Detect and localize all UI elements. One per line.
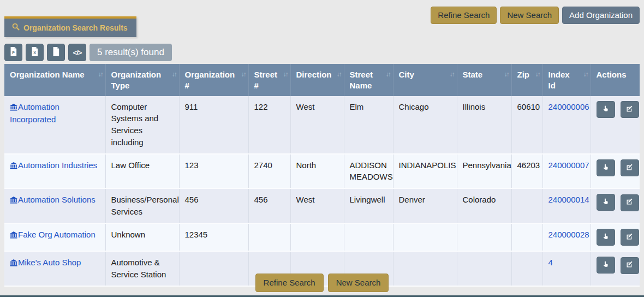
column-header-actions: Actions [591,64,640,96]
organization-name-link[interactable]: Fake Org Automation [18,230,96,239]
sort-arrows-icon[interactable]: ↓↑ [504,70,509,79]
hand-pointer-icon [601,232,610,242]
organization-name-cell: Fake Org Automation [4,223,105,252]
select-organization-button[interactable] [597,194,615,211]
organization-name-cell: Automation Solutions [4,188,105,223]
tab-title: Organization Search Results [23,23,128,32]
organization-number-cell: 456 [179,188,248,223]
organization-type-cell: Unknown [105,223,179,252]
edit-organization-button[interactable] [621,159,639,176]
index-id-link[interactable]: 240000007 [548,161,589,170]
organization-number-cell: 123 [179,154,248,189]
hand-pointer-icon [601,163,610,173]
street-number-cell: 122 [248,96,290,154]
sort-arrows-icon[interactable]: ↓↑ [535,70,540,79]
select-organization-button[interactable] [597,159,615,176]
zip-cell [511,223,542,252]
table-row: Fake Org Automation Unknown 12345 240000… [4,223,640,252]
organization-name-link[interactable]: Automation Industries [18,161,97,170]
street-name-cell [344,223,393,252]
sort-arrows-icon[interactable]: ↓↑ [337,70,341,79]
column-header-organization-number[interactable]: Organization #↓↑ [179,64,248,96]
column-header-zip[interactable]: Zip↓↑ [511,64,542,96]
organization-name-link[interactable]: Mike's Auto Shop [18,258,81,267]
sort-arrows-icon[interactable]: ↓↑ [172,70,176,79]
street-name-cell: Livingwell [344,188,393,223]
table-row: Automation Solutions Business/Personal S… [4,188,640,223]
column-header-street-name[interactable]: Street Name↓↑ [344,64,393,96]
direction-cell [290,223,344,252]
sort-arrows-icon[interactable]: ↓↑ [283,70,288,79]
results-count-badge: 5 result(s) found [90,44,172,61]
bank-building-icon [10,258,17,270]
code-icon: </> [73,49,82,57]
select-organization-button[interactable] [597,257,615,274]
organization-name-link[interactable]: Automation Solutions [18,195,96,204]
refine-search-button-top[interactable]: Refine Search [431,7,497,24]
column-header-city[interactable]: City↓↑ [393,64,457,96]
city-cell [393,223,457,252]
index-id-cell: 240000014 [542,188,591,223]
new-search-button-bottom[interactable]: New Search [328,274,389,292]
index-id-cell: 240000006 [542,96,591,154]
organization-search-results-page: Refine Search New Search Add Organizatio… [0,0,644,297]
column-header-state[interactable]: State↓↑ [457,64,511,96]
index-id-link[interactable]: 240000014 [548,195,589,204]
edit-organization-button[interactable] [621,257,639,274]
hand-pointer-icon [601,104,610,115]
direction-cell: North [290,154,344,189]
column-header-index-id[interactable]: Index Id↓↑ [542,64,591,96]
add-organization-button[interactable]: Add Organization [562,7,640,24]
tab-organization-search-results[interactable]: Organization Search Results [4,16,136,37]
index-id-link[interactable]: 240000028 [548,230,589,239]
index-id-cell: 240000007 [542,154,591,189]
export-pdf-button[interactable]: P [4,44,22,61]
file-excel-icon: X [30,46,39,58]
city-cell: Denver [393,188,457,223]
sort-arrows-icon[interactable]: ↓↑ [98,70,103,79]
state-cell: Illinois [457,96,511,154]
footer-button-group: Refine Search New Search [0,274,644,292]
edit-organization-button[interactable] [621,194,639,211]
edit-icon [625,198,634,207]
select-organization-button[interactable] [597,229,615,246]
column-header-street-number[interactable]: Street #↓↑ [248,64,290,96]
bank-building-icon [10,230,17,242]
sort-arrows-icon[interactable]: ↓↑ [450,70,454,79]
select-organization-button[interactable] [597,101,615,118]
street-name-cell: ADDISON MEADOWS [344,154,393,189]
export-code-button[interactable]: </> [68,44,86,61]
export-file-button[interactable] [47,44,65,61]
actions-cell [591,223,640,252]
file-icon [51,46,61,58]
sort-arrows-icon[interactable]: ↓↑ [241,70,246,79]
export-excel-button[interactable]: X [26,44,44,61]
organization-number-cell: 12345 [179,223,248,252]
search-icon [12,23,20,32]
header-button-group: Refine Search New Search Add Organizatio… [431,7,640,24]
organization-name-cell: Automation Incorporated [4,96,105,154]
city-cell: Chicago [393,96,457,154]
edit-organization-button[interactable] [621,101,639,118]
actions-cell [591,188,640,223]
column-header-organization-name[interactable]: Organization Name↓↑ [4,64,105,96]
table-row: Automation Industries Law Office 123 274… [4,154,640,189]
sort-arrows-icon[interactable]: ↓↑ [386,70,390,79]
new-search-button-top[interactable]: New Search [500,7,559,24]
edit-icon [625,260,634,270]
index-id-link[interactable]: 240000006 [548,102,589,111]
column-header-direction[interactable]: Direction↓↑ [290,64,344,96]
hand-pointer-icon [601,197,610,207]
organization-name-cell: Automation Industries [4,154,105,189]
svg-text:P: P [12,51,15,55]
actions-cell [591,154,640,189]
edit-icon [625,163,634,173]
sort-arrows-icon[interactable]: ↓↑ [583,70,588,79]
refine-search-button-bottom[interactable]: Refine Search [255,274,324,292]
index-id-link[interactable]: 4 [548,258,553,267]
edit-organization-button[interactable] [621,229,639,246]
edit-icon [625,233,634,242]
organization-type-cell: Business/Personal Services [105,188,179,223]
state-cell: Pennsylvania [457,154,511,189]
column-header-organization-type[interactable]: Organization Type↓↑ [105,64,179,96]
